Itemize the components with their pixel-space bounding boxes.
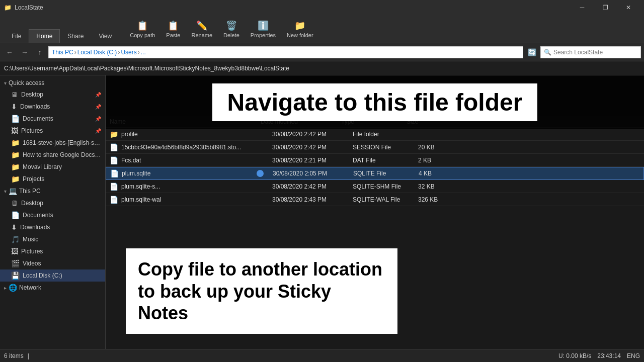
file-type: SQLITE File [353,170,419,177]
sidebar-item-label: Projects [23,175,101,183]
tab-share[interactable]: Share [60,29,91,43]
folder-icon: 📁 [110,130,118,138]
status-separator: | [28,352,29,359]
file-size: 32 KB [418,183,458,190]
minimize-button[interactable]: ─ [571,0,594,15]
breadcrumb-this-pc[interactable]: This PC [52,49,73,56]
sidebar-item-documents-quick[interactable]: 📄 Documents 📌 [0,113,105,125]
desktop-icon: 🖥 [11,90,18,99]
search-input[interactable] [553,49,637,56]
sidebar-section-this-pc[interactable]: ▾ 💻 This PC [0,185,105,197]
file-row-profile[interactable]: 📁 profile 30/08/2020 2:42 PM File folder [106,128,644,141]
close-button[interactable]: ✕ [617,0,640,15]
sidebar-section-network[interactable]: ▸ 🌐 Network [0,282,105,294]
ribbon-rename-btn[interactable]: ✏️ Rename [187,18,217,41]
file-name: Fcs.dat [121,157,272,164]
pin-icon: 📌 [95,116,101,122]
file-icon: 📄 [110,169,119,177]
restore-button[interactable]: ❐ [594,0,617,15]
chevron-down-icon: ▾ [4,80,7,86]
time-display: 23:43:14 [597,352,621,359]
lang-display: ENG [627,352,640,359]
ribbon-new-folder-btn[interactable]: 📁 New folder [282,18,318,41]
file-icon: 📄 [110,156,118,164]
file-row-plum-shm[interactable]: 📄 plum.sqlite-s... 30/08/2020 2:42 PM SQ… [106,180,644,193]
item-count: 6 items [4,352,24,359]
breadcrumb-users[interactable]: Users [121,49,136,56]
file-date: 30/08/2020 2:21 PM [272,157,353,164]
file-date: 30/08/2020 2:43 PM [272,196,353,203]
file-row-session[interactable]: 📄 15cbbc93e90a4d56bf8d9a29305b8981.sto..… [106,141,644,154]
file-pane: Navigate to this file folder Name Date m… [106,75,644,349]
network-icon: 🌐 [9,284,17,292]
pictures-icon: 🖼 [11,127,18,135]
overlay-box: Copy file to another location to back up… [126,248,397,334]
sidebar-item-label: Documents [23,115,92,122]
sidebar-item-projects-quick[interactable]: 📁 Projects [0,173,105,185]
sidebar-item-downloads-quick[interactable]: ⬇ Downloads 📌 [0,101,105,113]
file-date: 30/08/2020 2:05 PM [273,170,353,177]
chevron-right-icon: ▸ [4,285,7,291]
desktop-icon: 🖥 [11,199,18,207]
tab-home[interactable]: Home [29,29,60,43]
file-icon: 📄 [110,196,118,204]
sidebar-item-folder2-quick[interactable]: 📁 How to share Google Docs, She... [0,149,105,161]
back-button[interactable]: ← [3,46,16,59]
forward-button[interactable]: → [18,46,31,59]
chevron-down-icon: ▾ [4,189,7,194]
tab-file[interactable]: File [4,29,29,43]
breadcrumb: This PC › Local Disk (C:) › Users › ... [48,46,523,58]
folder-icon: 📁 [11,163,20,171]
file-name: profile [121,131,272,138]
pictures-icon: 🖼 [11,247,18,255]
sidebar-item-music-pc[interactable]: 🎵 Music [0,233,105,245]
ribbon-paste-btn[interactable]: 📋 Paste [162,18,185,41]
sidebar-item-movavi-quick[interactable]: 📁 Movavi Library [0,161,105,173]
file-size: 4 KB [419,170,459,177]
status-bar: 6 items | U: 0.00 kB/s 23:43:14 ENG [0,349,644,362]
sidebar-item-documents-pc[interactable]: 📄 Documents [0,209,105,221]
file-row-plum-wal[interactable]: 📄 plum.sqlite-wal 30/08/2020 2:43 PM SQL… [106,193,644,206]
ribbon-properties-btn[interactable]: ℹ️ Properties [246,18,280,41]
status-left: 6 items | [4,352,29,359]
ribbon-delete-btn[interactable]: 🗑️ Delete [219,18,244,41]
pin-icon: 📌 [95,92,101,98]
downloads-icon: ⬇ [11,223,17,231]
file-row-plum-sqlite[interactable]: 📄 plum.sqlite 30/08/2020 2:05 PM SQLITE … [106,167,644,180]
sidebar-item-desktop-pc[interactable]: 🖥 Desktop [0,197,105,209]
file-type: SESSION File [353,144,418,151]
sidebar-item-label: Desktop [21,200,101,207]
documents-icon: 📄 [11,211,20,219]
folder-icon: 📁 [11,175,20,183]
address-bar: ← → ↑ This PC › Local Disk (C:) › Users … [0,43,644,61]
this-pc-icon: 💻 [9,187,17,195]
breadcrumb-local-disk[interactable]: Local Disk (C:) [77,49,117,56]
ribbon-copy-path-btn[interactable]: 📋 Copy path [125,18,159,41]
title-bar-controls: ─ ❐ ✕ [571,0,640,15]
file-type: SQLITE-SHM File [353,183,418,190]
file-size: 20 KB [418,144,458,151]
up-button[interactable]: ↑ [33,46,46,59]
file-name: plum.sqlite-s... [121,183,272,190]
file-row-fcs[interactable]: 📄 Fcs.dat 30/08/2020 2:21 PM DAT File 2 … [106,154,644,167]
sidebar-item-pictures-pc[interactable]: 🖼 Pictures [0,245,105,257]
tab-view[interactable]: View [91,29,119,43]
pin-icon: 📌 [95,128,101,134]
sidebar-item-label: Desktop [21,91,92,98]
sidebar-item-desktop-quick[interactable]: 🖥 Desktop 📌 [0,88,105,101]
window-icon: 📁 [4,4,12,11]
sidebar-item-label: Movavi Library [23,163,101,170]
folder-icon: 📁 [11,139,20,147]
refresh-button[interactable]: 🔄 [525,46,538,59]
full-path: C:\Users\Username\AppData\Local\Packages… [4,65,289,72]
sidebar-item-downloads-pc[interactable]: ⬇ Downloads [0,221,105,233]
network-label: Network [19,284,41,291]
sidebar-section-quick-access[interactable]: ▾ Quick access [0,77,105,88]
music-icon: 🎵 [11,235,20,243]
sidebar-item-local-disk[interactable]: 💾 Local Disk (C:) [0,269,105,282]
sidebar-item-videos-pc[interactable]: 🎬 Videos [0,257,105,269]
breadcrumb-more[interactable]: ... [141,49,146,56]
sidebar-item-folder1-quick[interactable]: 📁 1681-steve-jobs-[English-subtit... [0,137,105,149]
sidebar-item-pictures-quick[interactable]: 🖼 Pictures 📌 [0,125,105,137]
this-pc-label: This PC [19,188,41,195]
